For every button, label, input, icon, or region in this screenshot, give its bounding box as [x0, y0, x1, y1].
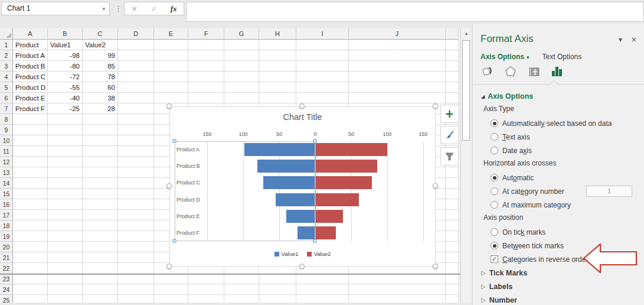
- section-axis-options[interactable]: ◢Axis Options: [473, 90, 644, 103]
- bar-value2[interactable]: [316, 160, 377, 173]
- cell-A5[interactable]: Product D: [13, 82, 47, 93]
- scroll-up-icon[interactable]: ▴: [462, 28, 471, 39]
- cell-B2[interactable]: -98: [48, 50, 82, 61]
- radio-unselected[interactable]: [491, 147, 498, 154]
- section-number[interactable]: ▷Number: [473, 293, 644, 305]
- name-box-dropdown-icon[interactable]: ▾: [102, 2, 105, 16]
- chart-filters-button[interactable]: [440, 147, 459, 166]
- pane-options-dropdown-icon[interactable]: ▾: [619, 35, 622, 44]
- radio-option[interactable]: Date axis: [473, 144, 644, 157]
- chart-elements-button[interactable]: +: [440, 105, 459, 123]
- legend-item[interactable]: Value1: [274, 251, 299, 257]
- row-header-12[interactable]: 12: [0, 157, 13, 167]
- radio-option[interactable]: Automatically select based on data: [473, 116, 644, 130]
- cell-C4[interactable]: 78: [83, 72, 117, 82]
- cell-A4[interactable]: Product C: [13, 72, 47, 82]
- name-box[interactable]: Chart 1 ▾: [1, 2, 110, 15]
- cell-B6[interactable]: -40: [48, 93, 82, 103]
- effects-icon[interactable]: [504, 65, 517, 80]
- row-header-5[interactable]: 5: [0, 82, 13, 93]
- chart-selection-handle[interactable]: [166, 103, 172, 109]
- category-number-input[interactable]: 1: [586, 186, 632, 197]
- axis-selection-handle[interactable]: [172, 239, 176, 243]
- column-header-B[interactable]: B: [48, 28, 83, 40]
- row-header-20[interactable]: 20: [0, 242, 13, 252]
- radio-selected[interactable]: [491, 174, 498, 181]
- chart-legend[interactable]: Value1Value2: [170, 251, 435, 257]
- checkbox-checked[interactable]: ✓: [491, 255, 498, 263]
- column-header-J[interactable]: J: [349, 28, 446, 40]
- cell-A3[interactable]: Product B: [13, 61, 47, 72]
- chart-selection-handle[interactable]: [299, 103, 305, 109]
- row-header-2[interactable]: 2: [0, 50, 13, 61]
- radio-selected[interactable]: [491, 119, 498, 127]
- chart-selection-handle[interactable]: [166, 264, 172, 269]
- radio-option[interactable]: At category number1: [473, 184, 644, 198]
- tab-text-options[interactable]: Text Options: [542, 53, 582, 61]
- row-header-18[interactable]: 18: [0, 220, 13, 231]
- column-header-F[interactable]: F: [188, 28, 224, 40]
- row-header-14[interactable]: 14: [0, 178, 13, 189]
- cell-B7[interactable]: -25: [48, 103, 82, 114]
- bar-value2[interactable]: [316, 193, 359, 206]
- row-header-11[interactable]: 11: [0, 146, 13, 157]
- row-header-4[interactable]: 4: [0, 72, 13, 82]
- scrollbar-thumb[interactable]: [462, 40, 470, 141]
- bar-value2[interactable]: [316, 226, 336, 239]
- radio-option[interactable]: Text axis: [473, 130, 644, 144]
- column-header-H[interactable]: H: [259, 28, 296, 40]
- cell-A1[interactable]: Product: [13, 40, 47, 50]
- select-all-corner[interactable]: [0, 28, 13, 40]
- radio-unselected[interactable]: [491, 228, 498, 236]
- column-header-C[interactable]: C: [83, 28, 118, 40]
- size-properties-icon[interactable]: [527, 65, 540, 80]
- axis-selection-handle[interactable]: [313, 239, 317, 243]
- cell-B1[interactable]: Value1: [48, 40, 82, 50]
- bar-value2[interactable]: [316, 143, 387, 156]
- fill-line-icon[interactable]: [481, 65, 494, 80]
- cell-C6[interactable]: 38: [83, 93, 117, 103]
- chart-selection-handle[interactable]: [433, 264, 438, 269]
- axis-selection-handle[interactable]: [313, 139, 317, 143]
- row-header-16[interactable]: 16: [0, 199, 13, 210]
- chart[interactable]: Chart Title 15010050050100150Product APr…: [169, 106, 436, 267]
- row-header-6[interactable]: 6: [0, 93, 13, 103]
- cell-B3[interactable]: -80: [48, 61, 82, 72]
- radio-selected[interactable]: [491, 242, 498, 249]
- radio-option[interactable]: At maximum category: [473, 198, 644, 212]
- row-header-22[interactable]: 22: [0, 263, 13, 274]
- cell-C5[interactable]: 60: [83, 82, 117, 93]
- chart-selection-handle[interactable]: [433, 103, 438, 109]
- vertical-scrollbar[interactable]: ▴: [460, 28, 471, 303]
- row-header-25[interactable]: 25: [0, 295, 13, 303]
- row-header-7[interactable]: 7: [0, 103, 13, 114]
- enter-icon[interactable]: ✓: [151, 5, 157, 13]
- row-header-19[interactable]: 19: [0, 231, 13, 242]
- column-header-G[interactable]: G: [224, 28, 259, 40]
- cell-C2[interactable]: 99: [83, 50, 117, 61]
- pane-close-icon[interactable]: ×: [631, 35, 637, 44]
- chart-selection-handle[interactable]: [166, 183, 172, 189]
- bar-value2[interactable]: [316, 176, 372, 189]
- formula-bar[interactable]: [186, 2, 644, 22]
- cell-A6[interactable]: Product E: [13, 93, 47, 103]
- row-header-9[interactable]: 9: [0, 125, 13, 135]
- cell-C7[interactable]: 28: [83, 103, 117, 114]
- row-header-21[interactable]: 21: [0, 252, 13, 263]
- radio-option[interactable]: On tick marks: [473, 225, 644, 239]
- row-header-15[interactable]: 15: [0, 189, 13, 199]
- row-header-24[interactable]: 24: [0, 284, 13, 295]
- cancel-icon[interactable]: ×: [131, 4, 138, 13]
- cell-B4[interactable]: -72: [48, 72, 82, 82]
- chart-styles-button[interactable]: [440, 126, 459, 144]
- legend-item[interactable]: Value2: [307, 251, 331, 257]
- column-header-partial[interactable]: [446, 28, 459, 40]
- cell-A2[interactable]: Product A: [13, 50, 47, 61]
- row-header-13[interactable]: 13: [0, 167, 13, 178]
- radio-option[interactable]: Automatic: [473, 171, 644, 184]
- cell-C3[interactable]: 85: [83, 61, 117, 72]
- radio-unselected[interactable]: [491, 133, 498, 141]
- column-header-D[interactable]: D: [118, 28, 154, 40]
- radio-unselected[interactable]: [491, 187, 498, 195]
- axis-selection-handle[interactable]: [172, 139, 176, 143]
